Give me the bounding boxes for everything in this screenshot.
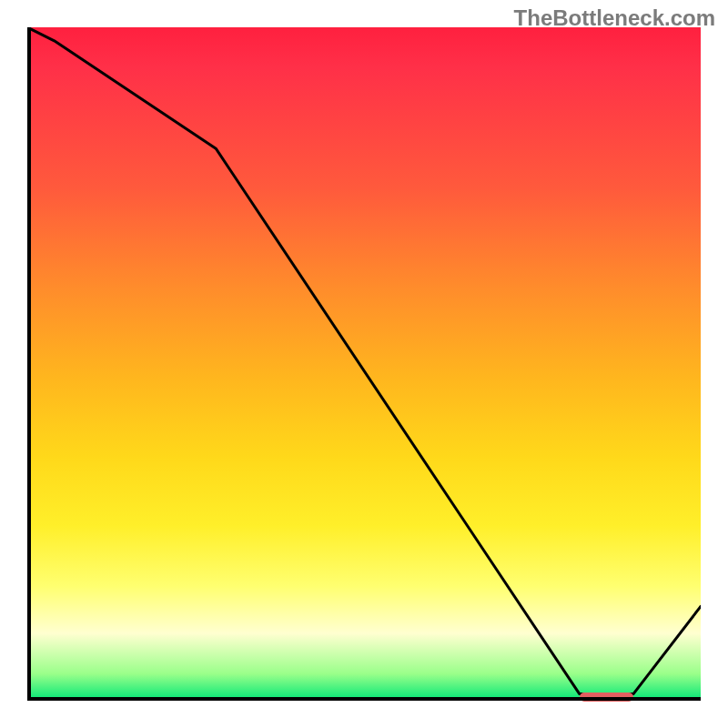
highlight-marker: [580, 693, 633, 702]
plot-area: [27, 27, 701, 701]
line-curve: [27, 27, 701, 701]
chart-container: TheBottleneck.com: [0, 0, 728, 728]
